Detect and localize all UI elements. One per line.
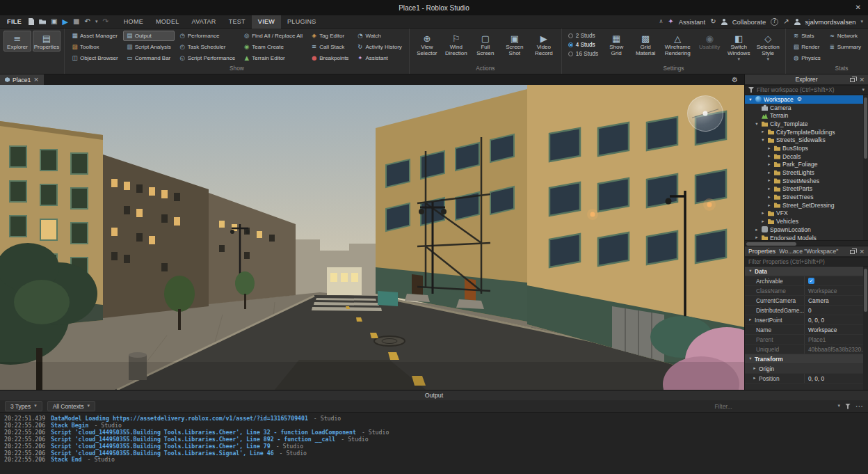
ribbon-button-toolbox[interactable]: Toolbox <box>68 42 122 52</box>
screen-shot-button[interactable]: Screen Shot <box>501 31 529 58</box>
collaborate-label[interactable]: Collaborate <box>732 18 766 26</box>
ribbon-button-tag-editor[interactable]: Tag Editor <box>307 31 352 41</box>
tree-item-street-setdressing[interactable]: Street_SetDressing <box>745 201 868 210</box>
expand-arrow-icon[interactable] <box>760 138 766 143</box>
help-icon[interactable] <box>771 18 778 26</box>
collapse-ribbon-icon[interactable] <box>659 19 663 24</box>
redo-button[interactable] <box>102 18 108 25</box>
tab-model[interactable]: MODEL <box>150 15 186 29</box>
expand-arrow-icon[interactable] <box>748 317 753 322</box>
tab-home[interactable]: HOME <box>118 15 150 29</box>
tree-item-camera[interactable]: Camera <box>745 104 868 112</box>
tree-item-decals[interactable]: Decals <box>745 152 868 161</box>
video-record-button[interactable]: Video Record <box>530 31 558 58</box>
tree-item-streettrees[interactable]: StreetTrees <box>745 193 868 201</box>
scrollbar-thumb[interactable] <box>864 269 867 312</box>
ribbon-button-object-browser[interactable]: Object Browser <box>68 53 122 63</box>
output-funnel-icon[interactable] <box>845 404 851 409</box>
tab-plugins[interactable]: PLUGINS <box>281 15 323 29</box>
file-menu-button[interactable]: FILE <box>5 18 24 25</box>
property-value[interactable]: 0, 0, 0 <box>805 374 868 383</box>
undo-dropdown-caret-icon[interactable] <box>95 19 98 24</box>
assistant-sparkle-icon[interactable] <box>668 18 673 25</box>
assistant-label[interactable]: Assistant <box>679 18 706 26</box>
expand-arrow-icon[interactable] <box>766 146 772 151</box>
scrollbar-thumb[interactable] <box>864 97 867 159</box>
tree-item-citytemplatebuildings[interactable]: CityTemplateBuildings <box>745 128 868 136</box>
property-value[interactable]: Workspace <box>805 325 868 334</box>
open-file-icon[interactable] <box>39 19 46 24</box>
sync-icon[interactable] <box>710 18 716 25</box>
viewport-settings-gear-icon[interactable] <box>732 77 738 84</box>
tree-item-busstops[interactable]: BusStops <box>745 144 868 152</box>
property-section-data[interactable]: Data <box>745 267 868 276</box>
ribbon-button-terrain-editor[interactable]: Terrain Editor <box>240 53 306 63</box>
view-selector-button[interactable]: View Selector <box>413 31 441 58</box>
properties-vertical-scrollbar[interactable] <box>863 267 868 390</box>
property-section-transform[interactable]: Transform <box>745 354 868 364</box>
expand-arrow-icon[interactable] <box>754 122 760 127</box>
3d-viewport[interactable] <box>0 85 744 390</box>
ribbon-button-watch[interactable]: Watch <box>353 31 405 41</box>
window-close-icon[interactable] <box>855 4 861 11</box>
tree-item-streetlights[interactable]: StreetLights <box>745 168 868 177</box>
summary-stats-button[interactable]: Summary <box>826 42 865 52</box>
tab-test[interactable]: TEST <box>223 15 252 29</box>
stop-button[interactable] <box>73 18 79 25</box>
tree-item-endorsed-models[interactable]: Endorsed Models <box>745 234 868 240</box>
ribbon-button-script-performance[interactable]: Script Performance <box>176 53 239 63</box>
output-log[interactable]: 20:22:51.439DataModel Loading https://as… <box>0 413 868 474</box>
username-label[interactable]: sjalvmordsvalsen <box>805 18 856 26</box>
explorer-vertical-scrollbar[interactable] <box>863 95 868 240</box>
float-panel-icon[interactable] <box>850 78 855 82</box>
ribbon-button-command-bar[interactable]: Command Bar <box>123 53 175 63</box>
ribbon-button-asset-manager[interactable]: Asset Manager <box>68 31 122 41</box>
close-panel-icon[interactable] <box>859 248 865 255</box>
output-header[interactable]: Output <box>0 390 868 400</box>
ribbon-button-assistant[interactable]: Assistant <box>353 53 405 63</box>
expand-arrow-icon[interactable] <box>760 219 766 224</box>
output-filter-input[interactable] <box>714 403 833 410</box>
close-panel-icon[interactable] <box>859 77 865 83</box>
stud-option-2[interactable]: 2 Studs <box>568 33 598 39</box>
tab-avatar[interactable]: AVATAR <box>186 15 223 29</box>
property-value[interactable]: Camera <box>805 296 868 305</box>
stud-option-16[interactable]: 16 Studs <box>568 51 598 57</box>
section-arrow-icon[interactable] <box>748 269 753 274</box>
avatar-icon[interactable] <box>794 19 801 25</box>
save-icon[interactable] <box>51 18 57 25</box>
ribbon-button-breakpoints[interactable]: Breakpoints <box>307 53 352 63</box>
scrollbar-thumb[interactable] <box>746 242 796 246</box>
expand-arrow-icon[interactable] <box>766 162 772 167</box>
tab-close-icon[interactable] <box>33 77 39 83</box>
filter-history-caret-icon[interactable] <box>837 404 840 409</box>
tree-item-vehicles[interactable]: Vehicles <box>745 217 868 226</box>
tree-item-park-foliage[interactable]: Park_Foliage <box>745 161 868 169</box>
expand-arrow-icon[interactable] <box>766 171 772 175</box>
tree-item-workspace[interactable]: Workspace <box>745 95 868 104</box>
properties-toggle-button[interactable]: Properties <box>33 31 61 52</box>
types-filter-dropdown[interactable]: 3 Types <box>5 401 42 411</box>
output-more-button[interactable] <box>855 402 863 410</box>
expand-arrow-icon[interactable] <box>752 366 757 371</box>
tree-item-vfx[interactable]: VFX <box>745 210 868 218</box>
tree-item-spawnlocation[interactable]: SpawnLocation <box>745 226 868 234</box>
explorer-toggle-button[interactable]: Explorer <box>3 31 31 52</box>
ribbon-button-activity-history[interactable]: Activity History <box>353 42 405 52</box>
tree-item-streets-sidewalks[interactable]: Streets_Sidewalks <box>745 136 868 144</box>
ribbon-button-call-stack[interactable]: Call Stack <box>307 42 352 52</box>
view-selector-compass[interactable] <box>687 95 723 132</box>
section-arrow-icon[interactable] <box>748 356 753 361</box>
property-value[interactable]: 0, 0, 0 <box>805 315 868 324</box>
tree-item-city-template[interactable]: City_Template <box>745 120 868 128</box>
ribbon-button-script-analysis[interactable]: Script Analysis <box>123 42 175 52</box>
property-subsection-origin[interactable]: Origin <box>745 364 868 374</box>
selection-style-button[interactable]: Selection Style <box>754 31 782 63</box>
expand-arrow-icon[interactable] <box>748 97 753 102</box>
ribbon-button-task-scheduler[interactable]: Task Scheduler <box>176 42 239 52</box>
expand-arrow-icon[interactable] <box>752 376 757 381</box>
share-icon[interactable] <box>783 18 789 25</box>
expand-arrow-icon[interactable] <box>766 195 772 200</box>
render-stats-button[interactable]: Render <box>789 42 824 52</box>
archivable-checkbox[interactable] <box>808 278 814 284</box>
